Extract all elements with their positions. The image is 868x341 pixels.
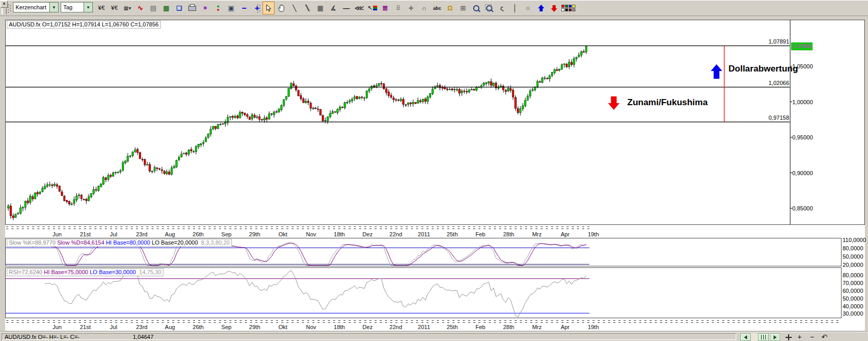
rsi-title: RSI=72,6240 HI Base=75,0000 LO Base=30,0… xyxy=(7,268,163,276)
ellipse-icon-glyph: ○ xyxy=(526,4,530,12)
parallel-lines-icon[interactable]: ╲╲ xyxy=(301,2,313,15)
speed-lines-icon[interactable]: ⋘ xyxy=(353,2,365,15)
arrow-down-icon[interactable] xyxy=(548,2,560,15)
toolbar-group-draw: ╲╲╲▦∡—⋘↖≣⠿✛∩abcΩ⊞ς│○ xyxy=(263,2,576,15)
monitor-icon[interactable]: ▣ xyxy=(225,2,237,15)
status-price-value: 1,04647 xyxy=(133,334,154,340)
horizontal-line-icon[interactable]: — xyxy=(340,2,352,15)
updown-signals-icon[interactable]: ▲▼ xyxy=(212,2,224,15)
select-cursor-icon[interactable] xyxy=(263,2,274,15)
zoom-out-button[interactable]: − xyxy=(807,333,817,341)
ellipse-icon[interactable]: ○ xyxy=(522,2,534,15)
zoom-in-button[interactable]: + xyxy=(795,333,804,341)
stochastic-axis-label: 110,0000 xyxy=(843,237,866,243)
calculator-icon[interactable]: ⊞ xyxy=(457,2,469,15)
chart-screen-icon[interactable]: ▩ xyxy=(160,2,172,15)
arrow-down-icon-glyph xyxy=(551,8,557,12)
x-axis-label: Mrz xyxy=(532,324,542,330)
updown-signals-icon-glyph: ▼ xyxy=(216,8,221,12)
scroll-thumb[interactable] xyxy=(758,333,769,341)
text-style-icon[interactable]: ≣ xyxy=(379,2,391,15)
alert-bell-icon[interactable]: Ω xyxy=(444,2,456,15)
trendline-icon[interactable]: ╲ xyxy=(288,2,300,15)
zoom-out-icon-glyph: − xyxy=(242,4,246,13)
undo-icon[interactable]: ↶ xyxy=(820,333,829,341)
x-axis-label: 26th xyxy=(192,231,203,237)
vertical-line-icon[interactable]: │ xyxy=(509,2,521,15)
speed-lines-icon-glyph: ⋘ xyxy=(354,4,364,12)
save-layout-icon[interactable]: ❏ xyxy=(173,2,185,15)
x-axis-label: 21st xyxy=(80,231,91,237)
arrow-up-icon[interactable] xyxy=(535,2,547,15)
arrow-up-icon-glyph xyxy=(538,5,544,12)
chart-type-value: Kerzenchart xyxy=(13,4,49,10)
palette-icon-glyph xyxy=(565,5,568,8)
text-abc-icon[interactable]: abc xyxy=(431,2,443,15)
pointer-color-icon[interactable]: ↖ xyxy=(366,2,378,15)
fine-grid-icon-glyph: ▦ xyxy=(317,4,323,12)
palette-icon[interactable] xyxy=(561,2,576,15)
x-axis-label: 29th xyxy=(249,324,260,330)
alert-bell-icon-glyph: Ω xyxy=(447,4,452,12)
x-axis-label: Feb xyxy=(476,231,486,237)
x-axis-label: Apr xyxy=(561,231,570,237)
fan-lines-icon-glyph: ∡ xyxy=(330,4,337,12)
price-axis-label: 0,95000 xyxy=(792,134,813,140)
palette-icon-glyph xyxy=(569,8,572,11)
text-style-icon-glyph: ≣ xyxy=(382,4,388,12)
currency-format-icon[interactable]: ¥⁄€ xyxy=(95,2,107,15)
x-axis-label: 19th xyxy=(588,231,599,237)
stochastic-title-part: Slow %D=84,6154 xyxy=(56,239,104,246)
draw-star-icon-glyph: ✶ xyxy=(202,4,208,12)
x-axis-label: 25th xyxy=(447,324,458,330)
fib-arcs-icon[interactable]: ∩ xyxy=(418,2,430,15)
print-icon[interactable] xyxy=(186,2,198,15)
grid-style-icon[interactable]: ▦▾ xyxy=(121,2,133,15)
x-axis-label: Sep xyxy=(222,324,232,330)
pan-hand-icon[interactable] xyxy=(275,2,287,15)
chevron-down-icon[interactable]: ▼ xyxy=(49,3,58,12)
pan-cross-icon[interactable] xyxy=(785,334,792,341)
currency-format-icon-glyph: ¥⁄€ xyxy=(98,5,105,11)
rsi-axis-label: 50,0000 xyxy=(843,295,863,302)
grip-lines-icon xyxy=(761,335,766,339)
toolbar-dock-grip[interactable] xyxy=(2,8,7,15)
arrow-up-icon-glyph xyxy=(538,5,544,8)
chart-template-icon-glyph: ▤ xyxy=(150,4,156,12)
zoom-lens-icon-glyph xyxy=(473,5,479,11)
toolbar-grip[interactable] xyxy=(257,3,261,13)
fan-lines-icon[interactable]: ∡ xyxy=(327,2,339,15)
status-field: AUD/USD.fx O=- H=- L=- C=- 1,04647 xyxy=(2,333,736,340)
draw-star-icon[interactable]: ✶ xyxy=(199,2,211,15)
candlestick-plot xyxy=(5,20,865,225)
crosshair-icon[interactable]: ✛ xyxy=(405,2,417,15)
price-axis-label: 1,00000 xyxy=(792,99,813,105)
period-select[interactable]: Tag ▼ xyxy=(61,2,93,12)
indicator-icon[interactable]: ∿ xyxy=(134,2,146,15)
rsi-axis-label: 80,0000 xyxy=(843,272,863,278)
rsi-axis-label: 60,0000 xyxy=(843,288,863,294)
freehand-icon[interactable]: ς xyxy=(496,2,508,15)
zoom-out-icon[interactable]: − xyxy=(238,2,250,15)
palette-icon-glyph xyxy=(572,5,575,8)
x-axis-label: Sep xyxy=(222,231,232,237)
toolbar-group-file: ¥⁄€¥⁄€▦▾∿▤▩❏✶▲▼▣−+ xyxy=(95,2,263,15)
zoom-area-icon[interactable] xyxy=(483,2,495,15)
chart-template-icon[interactable]: ▤ xyxy=(147,2,159,15)
pointer-color-icon-glyph: ↖ xyxy=(367,5,372,11)
x-axis-label: Jul xyxy=(110,324,117,330)
scroll-right-button[interactable] xyxy=(770,333,780,341)
chevron-down-icon[interactable]: ▼ xyxy=(84,3,92,12)
chart-type-select[interactable]: Kerzenchart ▼ xyxy=(13,2,59,12)
fine-grid-icon[interactable]: ▦ xyxy=(314,2,326,15)
dot-grid-icon[interactable]: ⠿ xyxy=(392,2,404,15)
dot-grid-icon-glyph: ⠿ xyxy=(396,5,401,12)
x-axis-label: Aug xyxy=(165,231,175,237)
x-axis-label: 21st xyxy=(80,324,91,330)
close-toolbar-button[interactable]: x xyxy=(1,1,8,8)
toolbar-grip[interactable] xyxy=(8,3,11,13)
scroll-left-button[interactable] xyxy=(740,333,751,341)
horizontal-line-icon-glyph: — xyxy=(343,4,350,12)
currency-format-alt-icon[interactable]: ¥⁄€ xyxy=(108,2,120,15)
zoom-lens-icon[interactable] xyxy=(470,2,482,15)
